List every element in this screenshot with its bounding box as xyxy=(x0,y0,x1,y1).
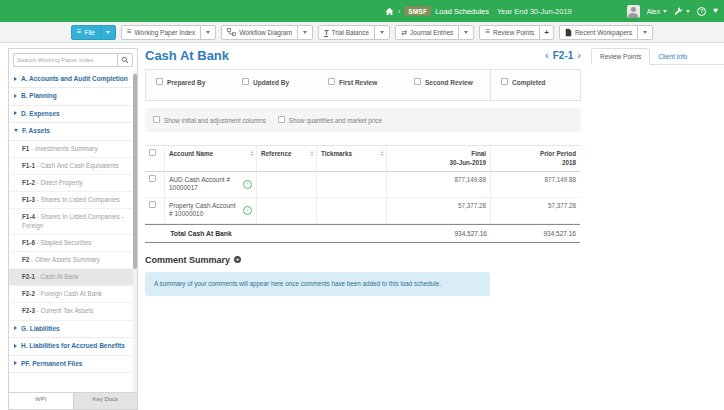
sidebar-item-f1-3[interactable]: F1-3 - Shares In Listed Companies xyxy=(9,192,137,209)
trial-balance-button[interactable]: Trial Balance xyxy=(318,25,375,40)
sidebar-section-planning[interactable]: B. Planning xyxy=(9,88,137,105)
scrollbar-thumb[interactable] xyxy=(133,74,137,269)
row-checkbox[interactable] xyxy=(149,201,156,208)
row-select-cell xyxy=(145,172,165,198)
tickmarks-cell[interactable] xyxy=(317,198,387,224)
heart-icon[interactable] xyxy=(713,7,718,15)
sidebar-item-f2-3[interactable]: F2-3 - Current Tax Assets xyxy=(9,303,137,320)
workflow-diagram-button[interactable]: Workflow Diagram xyxy=(221,25,298,40)
sidebar-item-f1[interactable]: F1 - Investments Summary xyxy=(9,141,137,158)
reference-cell[interactable] xyxy=(257,198,317,224)
user-menu[interactable]: Alex xyxy=(647,8,668,15)
sidebar-section-accrued-benefits[interactable]: H. Liabilities for Accrued Benefits xyxy=(9,338,137,355)
home-icon[interactable] xyxy=(385,7,394,16)
sort-icon[interactable] xyxy=(250,151,254,156)
add-review-point-button[interactable]: + xyxy=(539,25,554,40)
tab-client-info[interactable]: Client Info xyxy=(650,49,695,64)
working-paper-index-dropdown[interactable] xyxy=(200,25,216,40)
working-paper-index-button[interactable]: Working Paper Index xyxy=(121,25,201,40)
completed-checkbox[interactable] xyxy=(501,78,508,85)
column-header-prior-period[interactable]: Prior Period 2018 xyxy=(491,146,580,172)
sidebar-item-f2[interactable]: F2 - Other Assets Summary xyxy=(9,252,137,269)
drilldown-icon[interactable] xyxy=(243,180,252,189)
sidebar-section-liabilities[interactable]: G. Liabilities xyxy=(9,321,137,338)
sidebar-item-f2-1-selected[interactable]: F2-1 - Cash At Bank xyxy=(9,269,137,286)
prepared-by-checkbox[interactable] xyxy=(156,78,163,85)
sidebar-item-f2-2[interactable]: F2-2 - Foreign Cash At Bank xyxy=(9,286,137,303)
chevron-down-icon xyxy=(303,31,307,34)
recent-workpapers-dropdown[interactable] xyxy=(637,25,653,40)
chevron-right-icon xyxy=(14,94,17,98)
avatar[interactable] xyxy=(627,5,640,18)
trial-balance-icon xyxy=(324,29,328,36)
sidebar-item-f1-1[interactable]: F1-1 - Cash And Cash Equivalents xyxy=(9,158,137,175)
search-input[interactable] xyxy=(13,53,117,67)
account-name-cell: AUD Cash Account # 10000017 xyxy=(165,172,257,198)
final-amount-cell: 877,149.88 xyxy=(387,172,491,198)
column-header-reference[interactable]: Reference xyxy=(257,146,317,172)
working-paper-index-group: Working Paper Index xyxy=(121,25,216,40)
help-icon[interactable] xyxy=(697,7,706,16)
prior-amount-cell: 57,377.28 xyxy=(491,198,580,224)
sort-icon[interactable] xyxy=(310,151,314,156)
select-all-checkbox[interactable] xyxy=(149,149,156,156)
column-header-final[interactable]: Final 30-Jun-2019 xyxy=(387,146,491,172)
drilldown-icon[interactable] xyxy=(243,206,252,215)
main-content: Cash At Bank F2-1 Prepared By Updated By… xyxy=(145,48,581,296)
next-schedule-button[interactable] xyxy=(577,50,581,61)
chevron-down-icon xyxy=(464,31,468,34)
tab-wpi[interactable]: WPI xyxy=(9,393,74,409)
column-header-account-name[interactable]: Account Name xyxy=(165,146,257,172)
reference-cell[interactable] xyxy=(257,172,317,198)
journal-entries-button[interactable]: Journal Entries xyxy=(395,25,459,40)
total-final-amount: 934,527.16 xyxy=(387,224,491,243)
top-navigation-bar: › SMSF Load Schedules Year End 30-Jun-20… xyxy=(0,0,724,22)
sidebar-section-accounts-audit[interactable]: A. Accounts and Audit Completion xyxy=(9,71,137,88)
first-review-checkbox[interactable] xyxy=(328,78,335,85)
tab-key-docs[interactable]: Key Docs xyxy=(74,393,138,409)
page-title: Cash At Bank xyxy=(145,48,229,63)
search-button[interactable] xyxy=(117,53,133,67)
row-checkbox[interactable] xyxy=(149,175,156,182)
sidebar-section-permanent-files[interactable]: PF. Permanent Files xyxy=(9,356,137,373)
file-button[interactable]: File xyxy=(71,25,101,40)
final-amount-cell: 57,377.28 xyxy=(387,198,491,224)
sort-icon[interactable] xyxy=(380,151,384,156)
user-cluster: Alex xyxy=(627,0,718,22)
settings-menu[interactable] xyxy=(674,7,690,16)
account-name[interactable]: AUD Cash Account # 10000017 xyxy=(169,176,240,193)
toolbar: File Working Paper Index Workflow Diagra… xyxy=(0,22,724,43)
chevron-down-icon xyxy=(206,31,210,34)
account-name[interactable]: Property Cash Account # 10000010 xyxy=(169,202,240,219)
chevron-down-icon xyxy=(106,31,110,34)
sidebar-item-f1-2[interactable]: F1-2 - Direct Property xyxy=(9,175,137,192)
chevron-right-icon xyxy=(14,361,17,365)
tickmarks-cell[interactable] xyxy=(317,172,387,198)
updated-by-checkbox[interactable] xyxy=(242,78,249,85)
user-name: Alex xyxy=(647,8,661,15)
prev-schedule-button[interactable] xyxy=(545,50,549,61)
column-header-tickmarks[interactable]: Tickmarks xyxy=(317,146,387,172)
sidebar-section-expenses[interactable]: D. Expenses xyxy=(9,106,137,123)
journal-entries-dropdown[interactable] xyxy=(458,25,474,40)
file-dropdown-button[interactable] xyxy=(100,25,116,40)
tab-review-points[interactable]: Review Points xyxy=(591,48,650,65)
show-quantities-checkbox[interactable] xyxy=(278,116,285,123)
workflow-diagram-dropdown[interactable] xyxy=(297,25,313,40)
sidebar-item-f1-6[interactable]: F1-6 - Stapled Securities xyxy=(9,235,137,252)
add-comment-icon[interactable] xyxy=(234,256,241,263)
select-all-header-cell xyxy=(145,146,165,172)
recent-workpapers-button[interactable]: Recent Workpapers xyxy=(559,25,638,40)
sidebar-item-f1-4[interactable]: F1-4 - Shares In Listed Companies - Fore… xyxy=(9,209,137,234)
review-points-button[interactable]: Review Points xyxy=(479,25,540,40)
review-points-group: Review Points + xyxy=(479,25,554,40)
sidebar-section-assets[interactable]: F. Assets xyxy=(9,123,137,140)
total-prior-amount: 934,527.16 xyxy=(491,224,580,243)
sidebar-scrollbar[interactable] xyxy=(133,71,137,392)
chevron-down-icon xyxy=(643,31,647,34)
wrench-icon xyxy=(674,7,683,16)
entity-badge[interactable]: SMSF xyxy=(404,6,431,16)
second-review-checkbox[interactable] xyxy=(414,78,421,85)
trial-balance-dropdown[interactable] xyxy=(374,25,390,40)
show-initial-adjustment-checkbox[interactable] xyxy=(153,116,160,123)
